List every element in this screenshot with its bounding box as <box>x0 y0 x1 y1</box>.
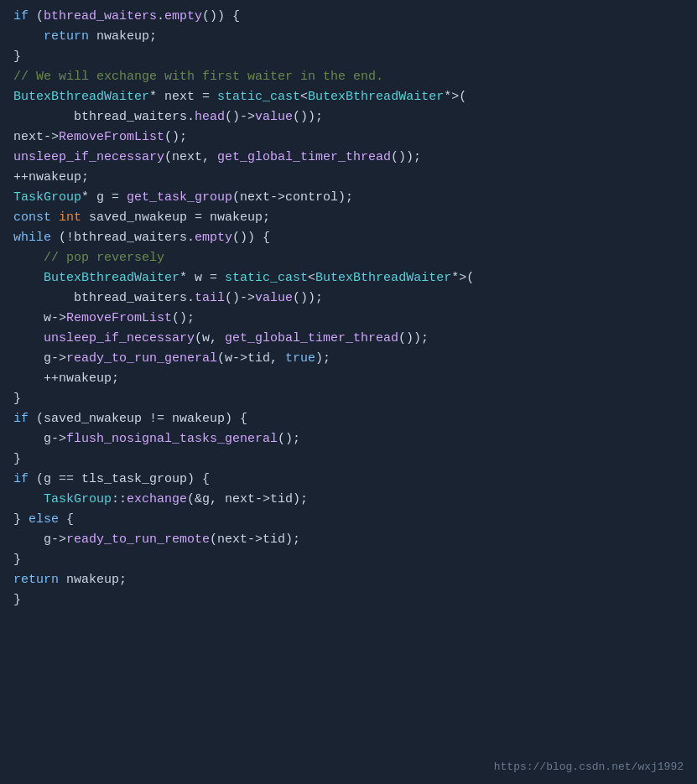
token-method: get_global_timer_thread <box>217 148 391 167</box>
token-punct: * w = <box>179 268 225 288</box>
token-method: value <box>255 107 293 127</box>
token-punct: (next->control); <box>232 188 353 207</box>
token-punct: < <box>308 268 315 288</box>
code-line: } <box>0 550 697 570</box>
token-indent <box>13 288 74 308</box>
token-indent <box>13 349 44 368</box>
code-line: unsleep_if_necessary(next, get_global_ti… <box>0 148 697 168</box>
code-line: } <box>0 389 697 409</box>
code-line: } <box>0 449 697 470</box>
token-keyword: if <box>13 7 29 26</box>
token-punct: (g == tls_task_group) { <box>29 470 210 489</box>
token-punct: . <box>187 288 195 308</box>
token-keyword: return <box>44 27 89 46</box>
code-content: if (bthread_waiters.empty()) { return nw… <box>0 7 697 610</box>
code-line: TaskGroup* g = get_task_group(next->cont… <box>0 188 697 208</box>
token-punct: (next->tid); <box>210 530 300 549</box>
token-method: empty <box>195 228 232 247</box>
code-line: } else { <box>0 510 697 530</box>
token-punct: . <box>157 7 164 26</box>
token-comment: // We will exchange with first waiter in… <box>13 67 383 86</box>
token-punct: ()); <box>293 288 323 308</box>
code-line: if (bthread_waiters.empty()) { <box>0 7 697 27</box>
code-line: w->RemoveFromList(); <box>0 309 697 329</box>
token-method: RemoveFromList <box>59 127 164 147</box>
token-class: ButexBthreadWaiter <box>44 268 179 288</box>
code-line: bthread_waiters.head()->value()); <box>0 107 697 127</box>
token-class: static_cast <box>225 268 308 288</box>
token-method: get_global_timer_thread <box>225 329 398 348</box>
token-keyword: if <box>13 470 29 489</box>
token-punct: } <box>13 389 21 408</box>
token-punct: * g = <box>81 188 127 207</box>
token-indent <box>13 27 44 46</box>
code-line: unsleep_if_necessary(w, get_global_timer… <box>0 329 697 349</box>
token-plain: g <box>44 349 51 368</box>
code-line: g->ready_to_run_remote(next->tid); <box>0 530 697 550</box>
token-punct: (w->tid, <box>217 349 285 368</box>
token-punct: ()) { <box>232 228 270 247</box>
token-punct: ()-> <box>225 107 255 127</box>
token-punct: } <box>13 47 21 66</box>
token-punct: -> <box>51 530 66 549</box>
token-plain: saved_nwakeup = nwakeup; <box>81 208 270 227</box>
token-punct: ( <box>29 7 44 26</box>
code-line: ButexBthreadWaiter* next = static_cast<B… <box>0 87 697 107</box>
token-plain: bthread_waiters <box>74 228 187 247</box>
watermark: https://blog.csdn.net/wxj1992 <box>494 759 684 776</box>
code-line: } <box>0 47 697 67</box>
token-plain: next = <box>164 87 217 106</box>
code-line: if (g == tls_task_group) { <box>0 470 697 490</box>
code-line: return nwakeup; <box>0 570 697 590</box>
code-line: const int saved_nwakeup = nwakeup; <box>0 208 697 228</box>
token-indent <box>13 490 44 509</box>
token-plain: g <box>44 429 51 449</box>
token-bool: true <box>285 349 315 368</box>
code-line: g->flush_nosignal_tasks_general(); <box>0 429 697 449</box>
token-indent <box>13 429 44 449</box>
code-line: // pop reversely <box>0 248 697 268</box>
token-punct: :: <box>112 490 127 509</box>
token-punct: (); <box>278 429 300 449</box>
token-punct: * <box>149 87 164 106</box>
token-keyword: if <box>13 409 29 428</box>
token-plain: bthread_waiters <box>74 288 187 308</box>
token-class: TaskGroup <box>13 188 81 207</box>
token-punct: *>( <box>444 87 466 106</box>
token-keyword: else <box>29 510 59 529</box>
token-keyword: while <box>13 228 51 247</box>
token-punct: ()) { <box>202 7 240 26</box>
code-line: ++nwakeup; <box>0 168 697 188</box>
code-line: g->ready_to_run_general(w->tid, true); <box>0 349 697 369</box>
token-punct: ()); <box>398 329 429 348</box>
token-indent <box>13 369 44 388</box>
token-class: ButexBthreadWaiter <box>308 87 444 106</box>
code-line: if (saved_nwakeup != nwakeup) { <box>0 409 697 429</box>
token-plain: bthread_waiters <box>74 107 187 127</box>
token-punct: } <box>13 550 21 569</box>
token-indent <box>13 309 44 328</box>
code-line: TaskGroup::exchange(&g, next->tid); <box>0 490 697 510</box>
token-class: ButexBthreadWaiter <box>315 268 451 288</box>
token-method: empty <box>164 7 202 26</box>
token-plain: nwakeup; <box>29 168 89 187</box>
token-class: TaskGroup <box>44 490 112 509</box>
token-plain: g <box>44 530 51 549</box>
token-punct: . <box>187 107 195 127</box>
token-method: value <box>255 288 293 308</box>
token-class: ButexBthreadWaiter <box>13 87 149 106</box>
token-punct: ()); <box>293 107 323 127</box>
token-comment: // pop reversely <box>44 248 164 267</box>
token-punct: < <box>300 87 308 106</box>
token-type: int <box>51 208 81 227</box>
code-line: ++nwakeup; <box>0 369 697 389</box>
token-method: unsleep_if_necessary <box>13 148 164 167</box>
code-line: return nwakeup; <box>0 27 697 47</box>
token-punct: ()-> <box>225 288 255 308</box>
token-inc: ++ <box>13 168 29 187</box>
token-indent <box>13 268 44 288</box>
token-plain: nwakeup; <box>89 27 157 46</box>
token-punct: (next, <box>164 148 217 167</box>
token-plain: next <box>13 127 44 147</box>
token-method: RemoveFromList <box>66 309 172 328</box>
